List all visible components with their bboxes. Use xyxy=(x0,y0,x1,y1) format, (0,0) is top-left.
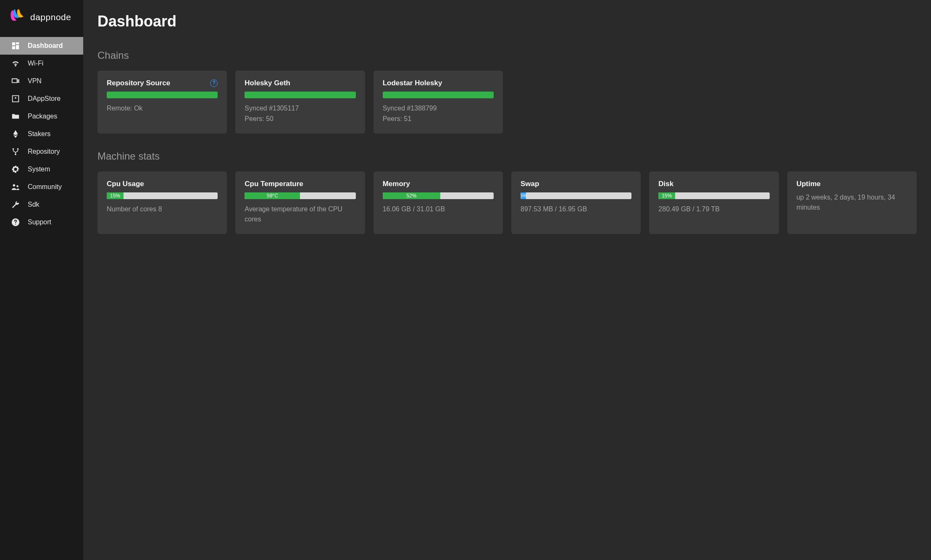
card-head: Lodestar Holesky xyxy=(383,79,494,87)
progress-bar xyxy=(383,92,494,98)
progress-bar: 59°C xyxy=(245,192,355,199)
sidebar-item-label: Dashboard xyxy=(28,42,63,50)
card-subtext: Synced #1305117 xyxy=(245,103,355,114)
card-title: Uptime xyxy=(797,180,821,188)
stat-card: Disk15%280.49 GB / 1.79 TB xyxy=(649,171,778,234)
sidebar-item-community[interactable]: Community xyxy=(0,178,83,196)
stats-cards: Cpu Usage15%Number of cores 8Cpu Tempera… xyxy=(97,171,917,234)
card-title: Disk xyxy=(658,180,673,188)
svg-point-4 xyxy=(16,185,18,187)
help-icon xyxy=(11,218,20,227)
progress-bar: 15% xyxy=(107,192,218,199)
brand-logo[interactable]: dappnode xyxy=(0,0,83,37)
progress-bar: 52% xyxy=(383,192,494,199)
svg-point-1 xyxy=(17,148,19,150)
progress-bar xyxy=(107,92,218,98)
progress-bar: 15% xyxy=(658,192,769,199)
sidebar-item-label: Sdk xyxy=(28,200,39,209)
page-title: Dashboard xyxy=(97,13,917,30)
chain-card: Repository Source?Remote: Ok xyxy=(97,71,227,134)
progress-fill: 59°C xyxy=(245,192,300,199)
sidebar-item-label: Stakers xyxy=(28,130,50,138)
card-subtext: up 2 weeks, 2 days, 19 hours, 34 minutes xyxy=(797,192,907,213)
people-icon xyxy=(11,182,20,192)
sidebar-item-repository[interactable]: Repository xyxy=(0,143,83,160)
sidebar-item-label: Wi-Fi xyxy=(28,59,43,68)
card-title: Holesky Geth xyxy=(245,79,290,87)
sidebar-item-wi-fi[interactable]: Wi-Fi xyxy=(0,55,83,72)
sidebar-item-label: System xyxy=(28,165,50,174)
card-title: Lodestar Holesky xyxy=(383,79,442,87)
sidebar-item-stakers[interactable]: Stakers xyxy=(0,125,83,143)
card-head: Cpu Temperature xyxy=(245,180,355,188)
stat-card: Uptimeup 2 weeks, 2 days, 19 hours, 34 m… xyxy=(787,171,917,234)
card-subtext: Remote: Ok xyxy=(107,103,218,114)
vpn-icon xyxy=(11,76,20,86)
card-subtext: Peers: 50 xyxy=(245,114,355,124)
card-subtext: Synced #1388799 xyxy=(383,103,494,114)
card-head: Cpu Usage xyxy=(107,180,218,188)
progress-label: 5% xyxy=(521,193,527,199)
dashboard-icon xyxy=(11,41,20,50)
sidebar-item-label: Repository xyxy=(28,147,60,156)
sidebar-item-label: DAppStore xyxy=(28,95,60,103)
stat-card: Cpu Temperature59°CAverage temperature o… xyxy=(235,171,365,234)
svg-point-0 xyxy=(13,148,14,150)
progress-bar xyxy=(245,92,355,98)
ethereum-icon xyxy=(11,129,20,139)
card-subtext: 16.06 GB / 31.01 GB xyxy=(383,204,494,215)
svg-point-3 xyxy=(13,184,15,187)
sidebar-item-support[interactable]: Support xyxy=(0,213,83,231)
folder-icon xyxy=(11,112,20,121)
progress-label: 52% xyxy=(406,193,416,199)
chains-cards: Repository Source?Remote: OkHolesky Geth… xyxy=(97,71,917,134)
brand-name: dappnode xyxy=(30,12,71,22)
stat-card: Swap5%897.53 MB / 16.95 GB xyxy=(511,171,641,234)
card-title: Swap xyxy=(521,180,539,188)
sidebar-item-dashboard[interactable]: Dashboard xyxy=(0,37,83,55)
progress-fill: 5% xyxy=(521,192,526,199)
sidebar-item-vpn[interactable]: VPN xyxy=(0,72,83,90)
progress-fill: 15% xyxy=(107,192,124,199)
chain-card: Holesky GethSynced #1305117Peers: 50 xyxy=(235,71,365,134)
progress-label: 15% xyxy=(662,193,672,199)
sidebar-item-packages[interactable]: Packages xyxy=(0,108,83,125)
card-title: Cpu Temperature xyxy=(245,180,303,188)
card-title: Cpu Usage xyxy=(107,180,144,188)
fork-icon xyxy=(11,147,20,156)
info-icon[interactable]: ? xyxy=(210,79,218,87)
sidebar-item-dappstore[interactable]: DAppStore xyxy=(0,90,83,108)
sidebar-item-label: Packages xyxy=(28,112,57,121)
store-icon xyxy=(11,94,20,103)
dappnode-logo-icon xyxy=(9,8,25,26)
card-subtext: Average temperature of the CPU cores xyxy=(245,204,355,225)
sidebar-item-system[interactable]: System xyxy=(0,160,83,178)
main-content: Dashboard Chains Repository Source?Remot… xyxy=(83,0,931,560)
progress-bar: 5% xyxy=(521,192,631,199)
progress-label: 15% xyxy=(110,193,120,199)
card-head: Disk xyxy=(658,180,769,188)
card-subtext: Peers: 51 xyxy=(383,114,494,124)
section-title-chains: Chains xyxy=(97,50,917,61)
card-subtext: 897.53 MB / 16.95 GB xyxy=(521,204,631,215)
card-subtext: Number of cores 8 xyxy=(107,204,218,215)
card-head: Uptime xyxy=(797,180,907,188)
sidebar-item-label: Community xyxy=(28,183,62,191)
sidebar-item-label: Support xyxy=(28,218,51,226)
card-head: Swap xyxy=(521,180,631,188)
wrench-icon xyxy=(11,200,20,209)
progress-fill: 52% xyxy=(383,192,440,199)
gear-icon xyxy=(11,165,20,174)
card-head: Holesky Geth xyxy=(245,79,355,87)
chain-card: Lodestar HoleskySynced #1388799Peers: 51 xyxy=(373,71,503,134)
stat-card: Cpu Usage15%Number of cores 8 xyxy=(97,171,227,234)
card-title: Repository Source xyxy=(107,79,170,87)
card-head: Memory xyxy=(383,180,494,188)
svg-point-2 xyxy=(15,154,16,155)
wifi-icon xyxy=(11,59,20,68)
sidebar-item-sdk[interactable]: Sdk xyxy=(0,196,83,213)
card-head: Repository Source? xyxy=(107,79,218,87)
section-title-stats: Machine stats xyxy=(97,150,917,162)
progress-fill: 15% xyxy=(658,192,675,199)
stat-card: Memory52%16.06 GB / 31.01 GB xyxy=(373,171,503,234)
